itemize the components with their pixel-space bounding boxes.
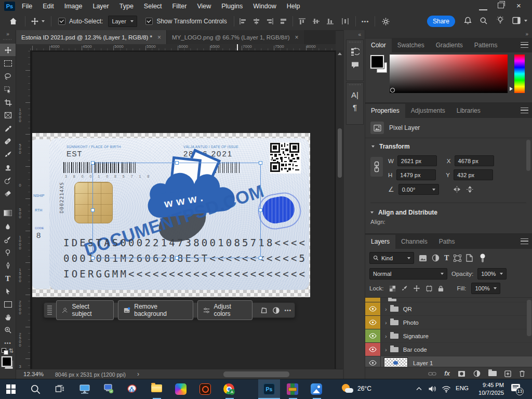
gradient-tool[interactable] — [0, 207, 16, 219]
menu-filter[interactable]: Filter — [167, 3, 192, 10]
layer-filter-kind-dropdown[interactable]: Kind — [369, 252, 414, 264]
add-layer-mask-icon[interactable] — [458, 370, 466, 377]
path-selection-tool[interactable] — [0, 285, 16, 298]
layer-visibility-eye[interactable] — [365, 298, 381, 302]
layer-name[interactable]: Layer 1 — [413, 360, 433, 366]
distribute-icon[interactable] — [341, 18, 349, 25]
close-button[interactable]: × — [516, 1, 521, 10]
tab-channels[interactable]: Channels — [395, 235, 433, 249]
menu-layer[interactable]: Layer — [87, 3, 114, 10]
tools-grip[interactable] — [3, 39, 12, 40]
share-button[interactable]: Share — [427, 16, 455, 27]
new-adjustment-layer-icon[interactable] — [473, 370, 481, 377]
auto-select-checkbox[interactable] — [58, 18, 65, 25]
notification-badge[interactable]: 13 — [516, 388, 524, 395]
home-icon[interactable] — [9, 17, 18, 25]
menu-view[interactable]: View — [192, 3, 216, 10]
language-indicator[interactable]: ENG — [456, 385, 469, 391]
close-tab-icon[interactable]: × — [157, 34, 161, 41]
photos-app-icon[interactable] — [311, 383, 322, 395]
swap-colors-icon[interactable]: ⇄ — [8, 348, 15, 353]
filter-type-layers-icon[interactable]: T — [444, 254, 449, 262]
layer-name[interactable]: Photo — [403, 320, 419, 326]
layer-visibility-eye[interactable] — [365, 316, 381, 329]
collapse-dock-icon[interactable]: » — [365, 30, 532, 38]
tab-my-logo[interactable]: MY_LOGO.png @ 66.7% (Layer 1, RGB/8#)× — [166, 30, 303, 44]
layer-row-signature[interactable]: › Signature — [365, 329, 532, 343]
paragraph-panel-icon[interactable]: ¶ — [347, 99, 363, 112]
align-left-edges-icon[interactable] — [280, 18, 287, 25]
photoshop-taskbar-icon[interactable]: Ps — [263, 383, 275, 395]
tool-preset-chevron[interactable] — [42, 20, 45, 22]
workspace-settings-gear-icon[interactable] — [381, 17, 390, 26]
hand-tool[interactable] — [0, 311, 16, 323]
notifications-bell-icon[interactable] — [463, 16, 472, 25]
creative-cloud-icon[interactable] — [175, 383, 187, 395]
blur-tool[interactable] — [0, 220, 16, 233]
link-layers-icon[interactable] — [428, 371, 436, 376]
type-tool[interactable]: T — [0, 272, 16, 285]
link-dimensions-icon[interactable] — [370, 157, 383, 177]
hue-slider-pointer[interactable] — [510, 87, 513, 91]
vertical-scroll-thumb[interactable] — [338, 128, 342, 178]
opacity-field[interactable]: 100% — [477, 268, 507, 280]
color-saturation-field[interactable] — [390, 55, 508, 93]
menu-type[interactable]: Type — [114, 3, 139, 10]
transform-warp-icon[interactable] — [260, 307, 268, 314]
layer-row-layer1-selected[interactable]: Layer 1 — [365, 356, 532, 367]
zoom-level[interactable]: 12.34% — [23, 371, 44, 377]
group-expand-chevron[interactable]: › — [385, 333, 387, 339]
menu-edit[interactable]: Edit — [37, 3, 59, 10]
system-tool-icon[interactable] — [103, 384, 114, 394]
character-panel-icon[interactable]: A| — [347, 87, 363, 99]
layer-visibility-eye[interactable] — [365, 356, 381, 367]
contrast-adjust-icon[interactable] — [272, 307, 280, 314]
filter-smart-objects-icon[interactable] — [466, 254, 473, 262]
task-bar-grip[interactable] — [47, 305, 52, 315]
properties-scroll-thumb[interactable] — [526, 140, 530, 171]
selection-handle[interactable] — [259, 161, 262, 165]
x-field[interactable]: 4678 px — [455, 155, 494, 166]
height-field[interactable]: 1479 px — [396, 169, 436, 180]
rectangle-tool[interactable] — [0, 298, 16, 311]
tab-estonia-id[interactable]: Estonia ID 2021.psd @ 12.3% (Layer 1, RG… — [16, 30, 166, 44]
layer-visibility-eye[interactable] — [365, 302, 381, 315]
zoom-tool[interactable] — [0, 324, 16, 336]
temperature-label[interactable]: 26°C — [357, 385, 371, 392]
volume-icon[interactable] — [428, 385, 437, 393]
layer-row-barcode[interactable]: › Bar code — [365, 343, 532, 356]
filter-toggle-pin[interactable] — [480, 254, 486, 263]
edit-toolbar-icon[interactable]: ••• — [0, 337, 16, 349]
eyedropper-tool[interactable] — [0, 122, 16, 135]
layer-row-clipped[interactable] — [365, 298, 532, 302]
pen-tool[interactable] — [0, 259, 16, 272]
align-right-icon[interactable] — [266, 18, 274, 25]
discover-lightbulb-icon[interactable] — [496, 16, 504, 25]
clock[interactable]: 9:45 PM 10/7/2025 — [472, 381, 504, 397]
remote-desktop-icon[interactable] — [79, 384, 90, 394]
properties-panel-menu-icon[interactable] — [521, 108, 528, 113]
file-explorer-icon[interactable] — [151, 384, 162, 392]
task-view-icon[interactable] — [55, 385, 65, 393]
workspace-chevron[interactable] — [524, 20, 527, 22]
tab-properties[interactable]: Properties — [365, 104, 405, 118]
object-selection-tool[interactable] — [0, 83, 16, 96]
orange-app-icon[interactable] — [200, 383, 211, 395]
align-top-icon[interactable] — [298, 18, 306, 25]
close-tab-icon[interactable]: × — [295, 34, 299, 41]
align-left-icon[interactable] — [239, 18, 247, 25]
layer-row-qr[interactable]: › QR — [365, 302, 532, 316]
filter-pixel-layers-icon[interactable] — [419, 255, 427, 262]
filter-shape-layers-icon[interactable] — [454, 255, 461, 262]
selection-handle[interactable] — [91, 161, 95, 165]
tray-expand-chevron[interactable] — [416, 386, 422, 391]
comments-panel-icon[interactable] — [347, 57, 363, 69]
new-group-icon[interactable] — [488, 371, 497, 376]
panel-grip[interactable] — [349, 42, 361, 43]
start-button[interactable] — [6, 384, 10, 389]
status-options-chevron[interactable]: › — [137, 370, 139, 378]
taskbar-search-icon[interactable] — [30, 384, 41, 395]
canvas-vertical-scrollbar[interactable] — [336, 50, 343, 369]
transform-section-chevron[interactable] — [371, 145, 375, 148]
filter-adjustment-layers-icon[interactable] — [432, 254, 440, 262]
